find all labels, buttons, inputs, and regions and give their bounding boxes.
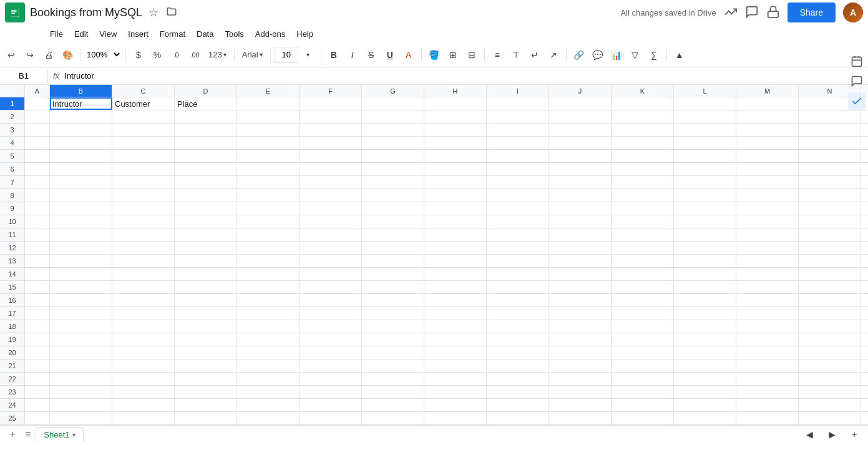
cell-E19[interactable] bbox=[237, 333, 300, 346]
fill-color-button[interactable]: 🪣 bbox=[426, 46, 443, 64]
cell-I9[interactable] bbox=[487, 202, 549, 215]
valign-button[interactable]: ⊤ bbox=[507, 46, 525, 64]
cell-H10[interactable] bbox=[424, 215, 487, 228]
cell-I23[interactable] bbox=[487, 386, 549, 398]
cell-F6[interactable] bbox=[300, 163, 362, 175]
cell-N13[interactable] bbox=[799, 255, 861, 267]
cell-C25[interactable] bbox=[112, 412, 175, 424]
col-header-I[interactable]: I bbox=[487, 85, 549, 97]
cell-M8[interactable] bbox=[736, 189, 799, 202]
cell-G14[interactable] bbox=[362, 268, 424, 280]
cell-C16[interactable] bbox=[112, 294, 175, 306]
cell-L24[interactable] bbox=[674, 399, 736, 411]
cell-M1[interactable] bbox=[736, 97, 799, 110]
row-number-18[interactable]: 18 bbox=[0, 320, 25, 333]
cell-A15[interactable] bbox=[25, 281, 50, 293]
formula-input[interactable]: Intructor bbox=[64, 71, 863, 81]
cell-C10[interactable] bbox=[112, 215, 175, 228]
cell-F2[interactable] bbox=[300, 110, 362, 123]
cell-N22[interactable] bbox=[799, 373, 861, 385]
cell-M9[interactable] bbox=[736, 202, 799, 215]
cell-H18[interactable] bbox=[424, 320, 487, 333]
cell-L10[interactable] bbox=[674, 215, 736, 228]
undo-button[interactable]: ↩ bbox=[2, 46, 20, 64]
cell-G8[interactable] bbox=[362, 189, 424, 202]
cell-G20[interactable] bbox=[362, 346, 424, 359]
cell-D25[interactable] bbox=[175, 412, 237, 424]
cell-J2[interactable] bbox=[549, 110, 612, 123]
lock-share-icon[interactable] bbox=[766, 5, 780, 21]
cell-E5[interactable] bbox=[237, 150, 300, 162]
cell-J20[interactable] bbox=[549, 346, 612, 359]
row-number-19[interactable]: 19 bbox=[0, 333, 25, 346]
folder-icon[interactable] bbox=[165, 4, 178, 21]
cell-B17[interactable] bbox=[50, 307, 112, 320]
cell-H23[interactable] bbox=[424, 386, 487, 398]
borders-button[interactable]: ⊞ bbox=[444, 46, 462, 64]
cell-B2[interactable] bbox=[50, 110, 112, 123]
cell-F7[interactable] bbox=[300, 176, 362, 188]
cell-E16[interactable] bbox=[237, 294, 300, 306]
zoom-select[interactable]: 100% 75% 125% bbox=[84, 49, 122, 60]
strikethrough-button[interactable]: S bbox=[363, 46, 380, 64]
cell-N21[interactable] bbox=[799, 360, 861, 372]
cell-B13[interactable] bbox=[50, 255, 112, 267]
cell-J23[interactable] bbox=[549, 386, 612, 398]
cell-K25[interactable] bbox=[612, 412, 674, 424]
cell-K9[interactable] bbox=[612, 202, 674, 215]
cell-C7[interactable] bbox=[112, 176, 175, 188]
cell-D2[interactable] bbox=[175, 110, 237, 123]
cell-J10[interactable] bbox=[549, 215, 612, 228]
cell-B6[interactable] bbox=[50, 163, 112, 175]
cell-N12[interactable] bbox=[799, 242, 861, 254]
bold-button[interactable]: B bbox=[325, 46, 343, 64]
cell-J25[interactable] bbox=[549, 412, 612, 424]
cell-J11[interactable] bbox=[549, 228, 612, 241]
menu-item-add-ons[interactable]: Add-ons bbox=[250, 27, 290, 41]
cell-E9[interactable] bbox=[237, 202, 300, 215]
cell-A16[interactable] bbox=[25, 294, 50, 306]
currency-button[interactable]: $ bbox=[130, 46, 147, 64]
cell-H20[interactable] bbox=[424, 346, 487, 359]
row-number-10[interactable]: 10 bbox=[0, 215, 25, 228]
scroll-right-button[interactable]: ▶ bbox=[823, 426, 841, 443]
row-number-2[interactable]: 2 bbox=[0, 110, 25, 123]
cell-M16[interactable] bbox=[736, 294, 799, 306]
cell-C1[interactable]: Customer bbox=[112, 97, 175, 110]
cell-G9[interactable] bbox=[362, 202, 424, 215]
row-number-15[interactable]: 15 bbox=[0, 281, 25, 293]
cell-L5[interactable] bbox=[674, 150, 736, 162]
row-number-12[interactable]: 12 bbox=[0, 242, 25, 254]
row-number-3[interactable]: 3 bbox=[0, 124, 25, 136]
cell-A9[interactable] bbox=[25, 202, 50, 215]
cell-I18[interactable] bbox=[487, 320, 549, 333]
cell-D14[interactable] bbox=[175, 268, 237, 280]
cell-C14[interactable] bbox=[112, 268, 175, 280]
cell-I15[interactable] bbox=[487, 281, 549, 293]
cell-M22[interactable] bbox=[736, 373, 799, 385]
cell-D7[interactable] bbox=[175, 176, 237, 188]
cell-D5[interactable] bbox=[175, 150, 237, 162]
cell-L19[interactable] bbox=[674, 333, 736, 346]
cell-N15[interactable] bbox=[799, 281, 861, 293]
cell-D22[interactable] bbox=[175, 373, 237, 385]
cell-J8[interactable] bbox=[549, 189, 612, 202]
col-header-G[interactable]: G bbox=[362, 85, 424, 97]
row-number-17[interactable]: 17 bbox=[0, 307, 25, 320]
cell-L4[interactable] bbox=[674, 137, 736, 149]
align-button[interactable]: ≡ bbox=[489, 46, 506, 64]
cell-G4[interactable] bbox=[362, 137, 424, 149]
cell-F8[interactable] bbox=[300, 189, 362, 202]
cell-H8[interactable] bbox=[424, 189, 487, 202]
cell-C17[interactable] bbox=[112, 307, 175, 320]
cell-J15[interactable] bbox=[549, 281, 612, 293]
cell-L17[interactable] bbox=[674, 307, 736, 320]
cell-L14[interactable] bbox=[674, 268, 736, 280]
cell-K3[interactable] bbox=[612, 124, 674, 136]
cell-B10[interactable] bbox=[50, 215, 112, 228]
cell-C18[interactable] bbox=[112, 320, 175, 333]
scroll-left-button[interactable]: ◀ bbox=[801, 426, 818, 443]
cell-M15[interactable] bbox=[736, 281, 799, 293]
cell-L8[interactable] bbox=[674, 189, 736, 202]
cell-C24[interactable] bbox=[112, 399, 175, 411]
